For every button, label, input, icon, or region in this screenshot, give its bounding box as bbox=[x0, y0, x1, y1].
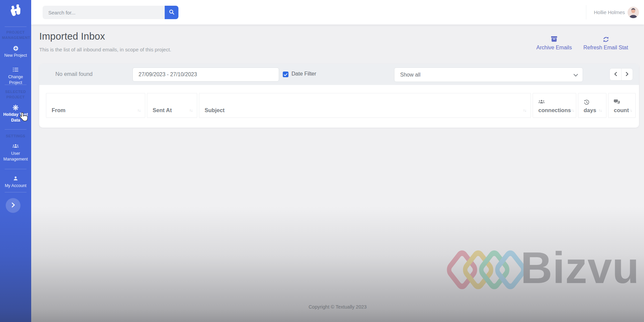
users-icon bbox=[538, 99, 572, 105]
list-icon bbox=[0, 67, 31, 73]
user-icon bbox=[0, 176, 31, 182]
refresh-email-stat-button[interactable]: Refresh Email Stat bbox=[581, 36, 631, 51]
date-range-input[interactable] bbox=[132, 67, 279, 82]
column-label: Sent At bbox=[153, 107, 172, 113]
table-header-row: From ↑↓ Sent At ↑↓ Subject ↑↓ bbox=[46, 93, 636, 118]
sidebar-heading-settings: SETTINGS bbox=[0, 134, 31, 139]
sidebar-item-label: Change Project bbox=[0, 74, 31, 86]
divider bbox=[586, 5, 586, 19]
refresh-email-stat-label: Refresh Email Stat bbox=[581, 45, 631, 51]
show-all-selected-value: Show all bbox=[400, 72, 420, 78]
column-label: days bbox=[584, 107, 596, 113]
page-title: Imported Inbox bbox=[39, 31, 105, 42]
sort-icon[interactable]: ↑↓ bbox=[629, 108, 632, 112]
history-icon bbox=[584, 99, 602, 105]
column-header-count[interactable]: count ↑↓ bbox=[608, 93, 636, 118]
column-label: connections bbox=[538, 107, 571, 113]
pagination bbox=[609, 68, 633, 81]
next-page-button[interactable] bbox=[621, 68, 633, 80]
divider bbox=[5, 192, 26, 192]
show-all-select[interactable]: Show all bbox=[394, 67, 583, 82]
archive-emails-label: Archive Emails bbox=[535, 45, 573, 51]
sidebar-item-label: My Account bbox=[0, 183, 31, 189]
sidebar-item-selected-project[interactable]: Holiday Test Data bbox=[0, 105, 31, 123]
search-icon bbox=[169, 9, 175, 16]
copyright-text: Copyright © Textually 2023 bbox=[31, 304, 644, 310]
sort-icon[interactable]: ↑↓ bbox=[571, 108, 574, 112]
sidebar-item-my-account[interactable]: My Account bbox=[0, 176, 31, 189]
users-icon bbox=[0, 144, 31, 150]
sidebar-item-label: User Management bbox=[0, 151, 31, 162]
app-logo[interactable] bbox=[0, 3, 31, 20]
column-label: Subject bbox=[205, 107, 225, 113]
sort-icon[interactable]: ↑↓ bbox=[523, 108, 527, 112]
archive-icon bbox=[535, 36, 573, 43]
sidebar-item-user-management[interactable]: User Management bbox=[0, 144, 31, 162]
chevron-left-icon bbox=[614, 72, 617, 77]
sort-icon[interactable]: ↑↓ bbox=[599, 108, 602, 112]
sidebar-expand-button[interactable] bbox=[6, 198, 20, 213]
column-header-connections[interactable]: connections ↑↓ bbox=[533, 93, 576, 118]
sort-icon[interactable]: ↑↓ bbox=[138, 108, 141, 112]
sidebar-heading-project-management: PROJECT MANAGEMENT bbox=[0, 30, 31, 41]
empty-state-text: No email found bbox=[55, 71, 93, 77]
gear-icon bbox=[0, 105, 31, 111]
user-name: Hollie Holmes bbox=[594, 9, 625, 15]
column-label: From bbox=[52, 107, 65, 113]
binoculars-icon bbox=[8, 14, 23, 20]
divider bbox=[5, 169, 26, 169]
search-button[interactable] bbox=[165, 6, 178, 19]
chevron-down-icon bbox=[574, 72, 578, 78]
bizvu-logo-text: Bizvu bbox=[521, 246, 639, 290]
check-icon bbox=[284, 72, 287, 78]
previous-page-button[interactable] bbox=[610, 68, 621, 80]
chat-bubbles-icon bbox=[614, 99, 631, 105]
column-header-subject[interactable]: Subject ↑↓ bbox=[199, 93, 531, 118]
topbar: Hollie Holmes bbox=[31, 0, 644, 25]
sidebar-heading-selected-project: SELECTED PROJECT bbox=[0, 89, 31, 100]
column-header-days[interactable]: days ↑↓ bbox=[578, 93, 606, 118]
date-filter-label: Date Filter bbox=[291, 71, 316, 77]
refresh-icon bbox=[581, 36, 631, 43]
chevron-right-icon bbox=[626, 72, 629, 77]
column-label: count bbox=[614, 107, 629, 113]
chevron-right-icon bbox=[11, 202, 15, 209]
divider bbox=[5, 27, 26, 27]
sidebar-item-label: Holiday Test Data bbox=[0, 112, 31, 123]
divider bbox=[5, 129, 26, 130]
column-header-sent-at[interactable]: Sent At ↑↓ bbox=[147, 93, 197, 118]
date-filter-checkbox[interactable] bbox=[283, 72, 288, 77]
sidebar-item-change-project[interactable]: Change Project bbox=[0, 67, 31, 86]
search-input[interactable] bbox=[43, 6, 165, 19]
inbox-card: No email found Date Filter Show all bbox=[39, 64, 639, 128]
sidebar-item-label: New Project bbox=[0, 53, 31, 58]
column-header-from[interactable]: From ↑↓ bbox=[46, 93, 145, 118]
sidebar-item-new-project[interactable]: New Project bbox=[0, 46, 31, 58]
archive-emails-button[interactable]: Archive Emails bbox=[535, 36, 573, 51]
divider bbox=[5, 85, 26, 85]
bizvu-watermark: Bizvu bbox=[449, 243, 637, 300]
filter-bar: No email found Date Filter Show all bbox=[39, 64, 639, 85]
plus-circle-icon bbox=[0, 46, 31, 52]
search-bar bbox=[43, 6, 178, 19]
sidebar: PROJECT MANAGEMENT New Project Change Pr… bbox=[0, 0, 31, 322]
sort-icon[interactable]: ↑↓ bbox=[190, 108, 193, 112]
avatar[interactable] bbox=[628, 7, 639, 18]
page-subtitle: This is the list of all inbound emails, … bbox=[39, 47, 171, 52]
